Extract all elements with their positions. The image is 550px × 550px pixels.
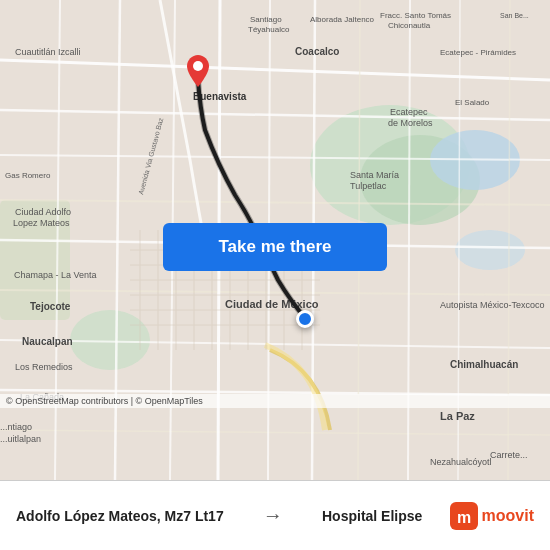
moovit-logo-icon: m [450,502,478,530]
svg-text:Autopista México-Texcoco: Autopista México-Texcoco [440,300,545,310]
svg-text:Lopez Mateos: Lopez Mateos [13,218,70,228]
svg-text:Chimalhuacán: Chimalhuacán [450,359,518,370]
svg-text:Coacalco: Coacalco [295,46,339,57]
svg-text:La Paz: La Paz [440,410,475,422]
map-attribution: © OpenStreetMap contributors | © OpenMap… [0,394,550,408]
arrow-icon: → [263,504,283,527]
moovit-text: moovit [482,507,534,525]
svg-text:Chiconautla: Chiconautla [388,21,431,30]
svg-text:Alborada Jaltenco: Alborada Jaltenco [310,15,375,24]
svg-point-6 [455,230,525,270]
svg-text:El Salado: El Salado [455,98,490,107]
take-me-there-button[interactable]: Take me there [163,223,387,271]
svg-text:Ciudad de México: Ciudad de México [225,298,319,310]
svg-text:Nezahualcóyotl: Nezahualcóyotl [430,457,492,467]
svg-text:Cuautitlán Izcalli: Cuautitlán Izcalli [15,47,81,57]
svg-text:Ciudad Adolfo: Ciudad Adolfo [15,207,71,217]
svg-text:Chamapa - La Venta: Chamapa - La Venta [14,270,97,280]
svg-text:Santa María: Santa María [350,170,399,180]
svg-text:m: m [456,509,470,526]
svg-text:...uitlalpan: ...uitlalpan [0,434,41,444]
destination-pin [296,310,314,328]
svg-text:Santiago: Santiago [250,15,282,24]
svg-text:Los Remedios: Los Remedios [15,362,73,372]
bottom-bar: Adolfo López Mateos, Mz7 Lt17 → Hospital… [0,480,550,550]
origin-location: Adolfo López Mateos, Mz7 Lt17 [16,508,224,524]
svg-text:Carrete...: Carrete... [490,450,528,460]
svg-text:Gas Romero: Gas Romero [5,171,51,180]
svg-text:Téyahualco: Téyahualco [248,25,290,34]
svg-text:Tulpetlac: Tulpetlac [350,181,387,191]
moovit-logo: m moovit [450,502,534,530]
destination-location: Hospital Elipse [322,508,422,524]
svg-text:Ecatepec: Ecatepec [390,107,428,117]
svg-point-74 [193,61,203,71]
destination-name: Hospital Elipse [322,508,422,524]
svg-text:...ntiago: ...ntiago [0,422,32,432]
svg-text:Tejocote: Tejocote [30,301,71,312]
origin-name: Adolfo López Mateos, Mz7 Lt17 [16,508,224,524]
svg-text:Fracc. Santo Tomás: Fracc. Santo Tomás [380,11,451,20]
svg-text:San Be...: San Be... [500,12,529,19]
svg-text:de Morelos: de Morelos [388,118,433,128]
origin-pin [187,55,209,83]
svg-text:Ecatepec - Pirámides: Ecatepec - Pirámides [440,48,516,57]
map-container: Cuautitlán Izcalli Santiago Téyahualco A… [0,0,550,480]
svg-point-3 [70,310,150,370]
svg-text:Naucalpan: Naucalpan [22,336,73,347]
